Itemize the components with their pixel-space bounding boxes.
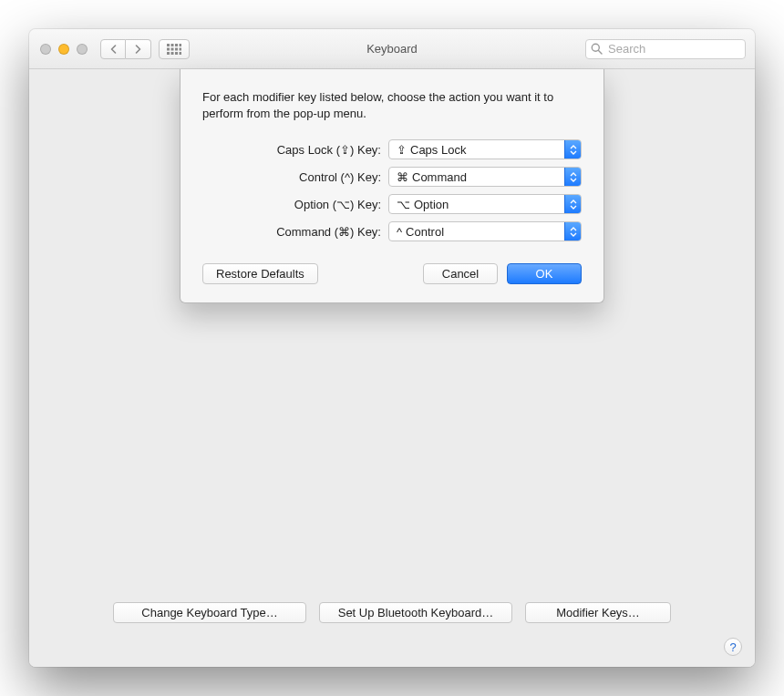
minimize-window-button[interactable] [58,44,69,55]
grid-icon [167,44,181,55]
search-icon [591,43,603,57]
popup-value: ⌘Command [397,170,467,184]
svg-rect-5 [171,47,174,50]
svg-line-13 [598,50,602,54]
control-popup[interactable]: ⌘Command [388,167,582,187]
modifier-keys-button[interactable]: Modifier Keys… [525,602,671,623]
chevron-left-icon [109,45,118,54]
caps-lock-label: Caps Lock (⇪) Key: [202,143,388,157]
close-window-button[interactable] [40,44,51,55]
row-control: Control (^) Key: ⌘Command [202,167,582,187]
sheet-description: For each modifier key listed below, choo… [202,89,582,121]
setup-bluetooth-keyboard-button[interactable]: Set Up Bluetooth Keyboard… [319,602,512,623]
nav-back-forward [100,39,151,59]
modifier-keys-sheet: For each modifier key listed below, choo… [180,69,604,303]
back-button[interactable] [100,39,126,59]
svg-rect-7 [180,47,182,50]
cancel-button[interactable]: Cancel [423,263,498,284]
zoom-window-button[interactable] [77,44,88,55]
restore-defaults-button[interactable]: Restore Defaults [202,263,318,284]
command-label: Command (⌘) Key: [202,225,388,239]
show-all-button[interactable] [159,39,190,59]
row-command: Command (⌘) Key: ^Control [202,221,582,241]
svg-rect-8 [167,52,170,55]
bottom-button-row: Change Keyboard Type… Set Up Bluetooth K… [29,602,755,623]
popup-arrows-icon [564,195,581,213]
option-popup[interactable]: ⌥Option [388,194,582,214]
titlebar: Keyboard [29,29,755,69]
search-input[interactable] [585,39,746,59]
popup-value: ⌥Option [397,198,449,211]
svg-rect-2 [175,44,178,46]
svg-rect-9 [171,52,174,55]
command-popup[interactable]: ^Control [388,221,582,241]
forward-button[interactable] [126,39,151,59]
caps-lock-popup[interactable]: ⇪Caps Lock [388,139,582,159]
popup-arrows-icon [564,140,581,159]
preferences-window: Keyboard Change Keyboard Type… Set Up Bl… [29,29,755,667]
row-option: Option (⌥) Key: ⌥Option [202,194,582,214]
search-field-wrap [585,39,746,59]
change-keyboard-type-button[interactable]: Change Keyboard Type… [113,602,306,623]
popup-arrows-icon [564,168,581,186]
popup-arrows-icon [564,222,581,241]
popup-value: ^Control [397,225,444,239]
svg-rect-3 [180,44,182,46]
popup-value: ⇪Caps Lock [397,143,466,157]
control-label: Control (^) Key: [202,170,388,184]
svg-rect-10 [175,52,178,55]
svg-rect-1 [171,44,174,46]
ok-button[interactable]: OK [507,263,582,284]
svg-rect-0 [167,44,170,46]
option-label: Option (⌥) Key: [202,198,388,211]
question-mark-icon: ? [729,640,736,654]
chevron-right-icon [134,45,142,54]
traffic-lights [29,44,88,55]
help-button[interactable]: ? [724,638,742,656]
svg-rect-6 [175,47,178,50]
sheet-button-row: Restore Defaults Cancel OK [202,263,582,284]
svg-rect-11 [180,52,182,55]
svg-rect-4 [167,47,170,50]
row-caps-lock: Caps Lock (⇪) Key: ⇪Caps Lock [202,139,582,159]
